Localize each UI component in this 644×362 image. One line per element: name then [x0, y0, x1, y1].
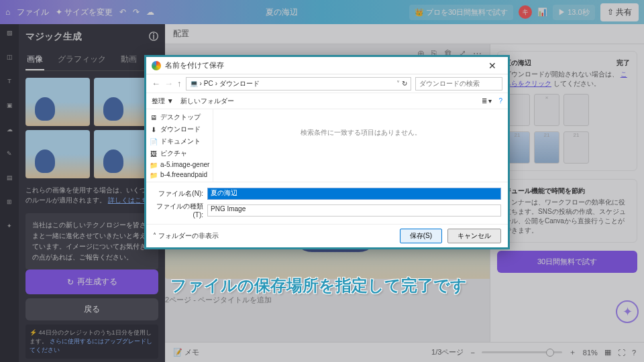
tab-graphic[interactable]: グラフィック	[56, 50, 107, 70]
tree-item[interactable]: 🖼ピクチャ	[146, 147, 213, 160]
filename-input[interactable]: 夏の海辺	[207, 188, 501, 200]
address-bar[interactable]: 💻 › PC › ダウンロード ˅ ↻	[186, 77, 412, 90]
folder-icon: 🖼	[150, 150, 158, 157]
chevron-down-icon[interactable]: ˅	[396, 80, 400, 87]
zoom-in-icon[interactable]: ＋	[569, 347, 576, 357]
rail-project-icon[interactable]: ▤	[3, 174, 15, 186]
scheduler-text: ランナーは、ワークフローの効率化に役立ちます。SNSの投稿の作成、スケジュール、…	[504, 198, 630, 235]
memo-toggle[interactable]: 📝 メモ	[173, 347, 199, 357]
view-icon[interactable]: ≣ ▾	[482, 97, 492, 105]
tree-item[interactable]: ⬇ダウンロード	[146, 123, 213, 135]
play-button[interactable]: ▶ 13.0秒	[553, 5, 594, 20]
nav-back-icon[interactable]: ←	[152, 78, 160, 88]
trial-label: プロを30日間無料で試す	[426, 8, 508, 16]
folder-tree[interactable]: 🖥デスクトップ⬇ダウンロード📄ドキュメント🖼ピクチャ📁a-5.image-gen…	[146, 109, 213, 182]
frame[interactable]: 21	[564, 131, 589, 164]
page-title-2[interactable]: 2ページ - ページタイトルを追加	[165, 295, 490, 305]
filetype-label: ファイルの種類(T):	[153, 202, 203, 219]
save-button[interactable]: 保存(S)	[400, 229, 442, 243]
pc-icon: 💻	[190, 80, 198, 87]
cancel-button[interactable]: キャンセル	[447, 229, 501, 243]
doc-title[interactable]: 夏の海辺	[154, 7, 409, 18]
page-2: 2ページ - ページタイトルを追加	[165, 295, 490, 305]
filename-label: ファイル名(N):	[153, 189, 203, 198]
tab-image[interactable]: 画像	[25, 50, 44, 70]
home-icon[interactable]: ⌂	[5, 7, 10, 17]
zoom-value[interactable]: 81%	[583, 349, 598, 357]
rail-brand-icon[interactable]: ▣	[3, 102, 15, 114]
hide-folders-toggle[interactable]: ˄ フォルダーの非表示	[153, 231, 219, 241]
zoom-out-icon[interactable]: −	[470, 349, 474, 357]
resize-label: サイズを変更	[64, 7, 113, 18]
frame[interactable]: 21	[534, 131, 559, 164]
dialog-toolbar: 整理 ▼ 新しいフォルダー ≣ ▾ ?	[146, 93, 508, 109]
frame[interactable]	[564, 94, 589, 126]
memo-label: メモ	[184, 348, 199, 356]
tree-item[interactable]: 📁b-4.freeandpaid	[146, 170, 213, 180]
feedback-bubble: 当社はこの新しいテクノロジーを皆さまと一緒に進化させていきたいと考えています。イ…	[25, 213, 158, 269]
share-button[interactable]: ⇧ 共有	[600, 3, 639, 21]
frame[interactable]: ×	[534, 94, 559, 126]
filetype-select[interactable]: PNG Image	[207, 204, 501, 217]
help-icon[interactable]: ?	[498, 97, 502, 105]
new-folder-button[interactable]: 新しいフォルダー	[180, 97, 234, 106]
folder-icon: ⬇	[150, 126, 158, 133]
undo-icon[interactable]: ↶	[119, 7, 126, 17]
nav-fwd-icon[interactable]: →	[164, 78, 173, 88]
trial-cta-button[interactable]: 30日間無料で試す	[497, 251, 637, 273]
folder-icon: 📁	[150, 162, 158, 168]
rail-magic-icon[interactable]: ✦	[3, 223, 15, 235]
chart-icon[interactable]: 📊	[537, 7, 547, 17]
gen-thumb[interactable]	[25, 78, 90, 126]
sidebar: マジック生成 ⓘ 画像 グラフィック 動画 これらの画像を使用する場合は、いくつ…	[19, 24, 165, 362]
rail-draw-icon[interactable]: ✎	[3, 150, 15, 162]
back-button[interactable]: 戻る	[25, 298, 158, 320]
organize-menu[interactable]: 整理 ▼	[152, 97, 174, 106]
context-toolbar: 配置	[165, 24, 644, 44]
rail-text-icon[interactable]: T	[3, 78, 15, 90]
redo-icon[interactable]: ↷	[133, 7, 140, 17]
dialog-fields: ファイル名(N): 夏の海辺 ファイルの種類(T): PNG Image	[146, 182, 508, 224]
zoom-slider[interactable]	[482, 351, 562, 353]
gen-thumb[interactable]	[25, 130, 90, 178]
rail-upload-icon[interactable]: ☁	[3, 126, 15, 138]
file-menu[interactable]: ファイル	[17, 7, 49, 18]
fullscreen-icon[interactable]: ⛶	[618, 349, 625, 357]
usage-note: これらの画像を使用する場合は、いくつかのルールが適用されます。 詳しくはこちら	[25, 185, 158, 205]
download-status: 完了	[616, 58, 630, 68]
share-label: 共有	[616, 7, 632, 17]
path-downloads[interactable]: ダウンロード	[219, 79, 260, 88]
page-counter[interactable]: 1/3ページ	[431, 347, 464, 357]
trial-button[interactable]: 👑 プロを30日間無料で試す	[409, 5, 513, 20]
rail-app-icon[interactable]: ⊞	[3, 198, 15, 210]
generated-grid	[25, 78, 158, 178]
sidebar-title: マジック生成 ⓘ	[25, 31, 158, 43]
info-icon[interactable]: ⓘ	[149, 31, 158, 43]
rail-design-icon[interactable]: ▧	[3, 29, 15, 42]
nav-up-icon[interactable]: ↑	[177, 78, 182, 88]
tree-item[interactable]: 🖥デスクトップ	[146, 111, 213, 123]
tree-item[interactable]: 📁a-5.image-gener	[146, 160, 213, 170]
download-text: ダウンロードが開始されない場合は、	[504, 70, 619, 78]
close-icon[interactable]: ✕	[482, 60, 502, 71]
tree-label: a-5.image-gener	[160, 161, 209, 168]
tree-label: ピクチャ	[160, 149, 187, 158]
grid-view-icon[interactable]: ▦	[604, 348, 611, 357]
avatar[interactable]: キ	[519, 5, 532, 19]
arrange-button[interactable]: 配置	[173, 28, 189, 40]
fab-magic[interactable]: ✦	[616, 300, 639, 323]
download-title: 夏の海辺 完了	[504, 58, 630, 68]
rail-elements-icon[interactable]: ◫	[3, 54, 15, 66]
download-text2: してください。	[553, 80, 600, 87]
credit-banner: ⚡ 44日分のクレジットのうち1日分を使用します。 さらに使用するにはアップグレ…	[25, 324, 158, 359]
refresh-icon[interactable]: ↻	[402, 80, 407, 87]
search-input[interactable]	[415, 77, 502, 90]
path-pc[interactable]: PC	[204, 80, 213, 87]
resize-menu[interactable]: ✦ サイズを変更	[56, 7, 113, 18]
tab-video[interactable]: 動画	[119, 50, 138, 70]
tree-item[interactable]: 📄ドキュメント	[146, 135, 213, 147]
help-icon[interactable]: ?	[632, 349, 636, 357]
dialog-footer: ˄ フォルダーの非表示 保存(S) キャンセル	[146, 224, 508, 247]
upgrade-link[interactable]: さらに使用するにはアップグレードしてください	[30, 338, 152, 353]
app-rail: ▧ ◫ T ▣ ☁ ✎ ▤ ⊞ ✦	[0, 24, 19, 362]
